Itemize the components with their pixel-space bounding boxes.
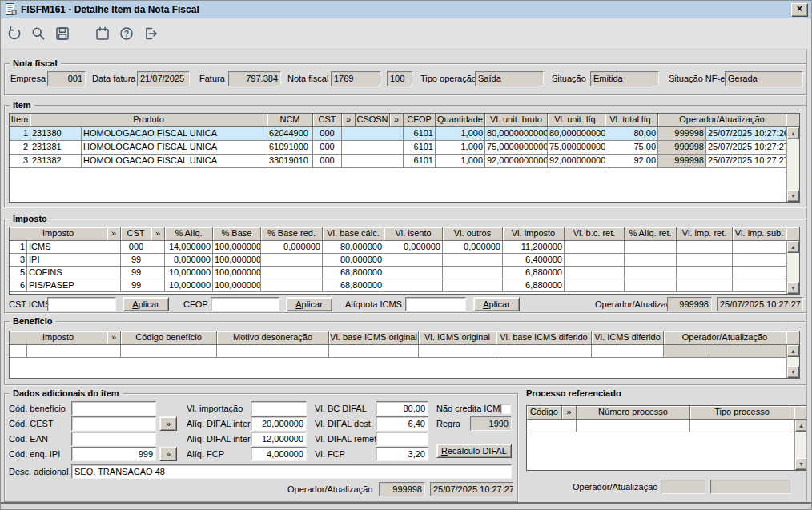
grid-cell[interactable] — [390, 141, 404, 155]
grid-cell[interactable] — [384, 279, 443, 292]
grid-cell[interactable] — [107, 241, 121, 254]
grid-cell[interactable] — [342, 127, 356, 141]
grid-cell[interactable] — [625, 267, 677, 279]
fatura-field[interactable]: 797.384 — [228, 71, 281, 86]
grid-cell[interactable] — [151, 254, 165, 267]
grid-cell[interactable]: 6101 — [404, 141, 436, 155]
column-header[interactable]: Vl. ICMS original — [419, 331, 496, 345]
aplicar-cst-button[interactable]: Aplicar — [123, 297, 169, 311]
grid-cell[interactable]: 61091000 — [267, 141, 313, 155]
recalculo-difal-button[interactable]: Recálculo DIFAL — [436, 444, 512, 458]
lookup-column-header[interactable]: » — [151, 227, 165, 241]
aliq-difal-interna-input[interactable]: 20,000000 — [251, 416, 307, 431]
grid-cell[interactable] — [217, 345, 329, 358]
column-header[interactable]: Produto — [30, 114, 267, 127]
vertical-scrollbar[interactable]: ▲▼ — [786, 241, 799, 294]
grid-cell[interactable]: 25/07/2025 10:27:27 — [706, 155, 786, 168]
grid-cell[interactable] — [677, 279, 733, 292]
grid-cell[interactable]: 1,000 — [436, 141, 485, 155]
table-row[interactable] — [10, 345, 799, 358]
column-header[interactable]: Operador/Atualização — [664, 331, 786, 345]
grid-cell[interactable] — [664, 345, 709, 358]
cst-icms-input[interactable] — [47, 297, 116, 311]
grid-cell[interactable]: 1,000 — [436, 127, 485, 141]
column-header[interactable]: Operador/Atualização — [658, 114, 786, 127]
grid-cell[interactable] — [27, 345, 107, 358]
grid-cell[interactable]: 25/07/2025 10:27:26 — [706, 127, 786, 141]
grid-cell[interactable]: 100,000000 — [213, 267, 261, 279]
scroll-up-button[interactable]: ▲ — [795, 420, 807, 432]
nota-fiscal-serie-field[interactable]: 100 — [387, 71, 412, 86]
grid-cell[interactable] — [261, 279, 323, 292]
grid-cell[interactable] — [733, 241, 786, 254]
grid-cell[interactable]: HOMOLOGACAO FISCAL UNICA — [82, 141, 267, 155]
grid-cell[interactable]: 231380 — [30, 127, 82, 141]
lookup-column-header[interactable]: » — [107, 227, 121, 241]
table-row[interactable] — [527, 420, 807, 432]
search-icon[interactable] — [28, 23, 49, 44]
exit-icon[interactable] — [140, 23, 161, 44]
situacao-nfe-field[interactable]: Gerada — [725, 71, 803, 86]
grid-cell[interactable]: 0,000000 — [261, 241, 323, 254]
data-fatura-field[interactable]: 21/07/2025 — [137, 71, 190, 86]
grid-cell[interactable] — [565, 241, 625, 254]
grid-cell[interactable]: 000 — [313, 127, 342, 141]
undo-icon[interactable] — [4, 23, 25, 44]
column-header[interactable]: Código benefício — [121, 331, 217, 345]
cod-enq-ipi-lookup-button[interactable]: » — [159, 447, 177, 461]
grid-cell[interactable] — [107, 254, 121, 267]
column-header[interactable]: NCM — [267, 114, 313, 127]
grid-cell[interactable] — [342, 141, 356, 155]
column-header[interactable]: Número processo — [577, 406, 690, 420]
column-header[interactable]: % Alíq. ret. — [625, 227, 677, 241]
grid-cell[interactable]: 999998 — [658, 141, 706, 155]
grid-cell[interactable]: 99 — [121, 254, 151, 267]
column-header[interactable]: Vl. isento — [384, 227, 443, 241]
grid-cell[interactable] — [151, 267, 165, 279]
vertical-scrollbar[interactable]: ▲▼ — [794, 420, 807, 470]
dados-atualizacao-field[interactable]: 25/07/2025 10:27:27 — [430, 482, 513, 496]
grid-cell[interactable] — [443, 254, 503, 267]
cod-cest-lookup-button[interactable]: » — [159, 416, 177, 431]
vl-difal-remet-input[interactable] — [376, 432, 428, 446]
column-header[interactable]: Vl. imp. sub. — [733, 227, 786, 241]
cfop-input[interactable] — [211, 297, 279, 311]
grid-cell[interactable] — [342, 155, 356, 168]
grid-cell[interactable]: 0,000000 — [384, 241, 443, 254]
column-header[interactable]: Vl. ICMS diferido — [592, 331, 664, 345]
grid-cell[interactable]: 6,880000 — [503, 279, 565, 292]
lookup-column-header[interactable]: » — [342, 114, 356, 127]
grid-cell[interactable]: 10,000000 — [165, 267, 213, 279]
save-icon[interactable] — [52, 23, 73, 44]
vl-fcp-input[interactable]: 3,20 — [376, 447, 428, 461]
scroll-down-button[interactable]: ▼ — [787, 282, 799, 294]
grid-cell[interactable]: 75,0000000000 — [485, 141, 548, 155]
grid-cell[interactable] — [677, 267, 733, 279]
grid-cell[interactable]: 62044900 — [267, 127, 313, 141]
column-header[interactable]: Vl. unit. bruto — [485, 114, 548, 127]
grid-cell[interactable] — [151, 241, 165, 254]
grid-cell[interactable]: 3 — [10, 254, 27, 267]
aplicar-aliquota-button[interactable]: Aplicar — [473, 297, 520, 311]
grid-cell[interactable]: 10,000000 — [165, 279, 213, 292]
scroll-down-button[interactable]: ▼ — [787, 366, 799, 378]
grid-cell[interactable]: HOMOLOGACAO FISCAL UNICA — [82, 127, 267, 141]
grid-cell[interactable]: COFINS — [27, 267, 107, 279]
column-header[interactable]: Imposto — [10, 331, 107, 345]
grid-cell[interactable]: 80,00 — [605, 127, 658, 141]
situacao-field[interactable]: Emitida — [590, 71, 659, 86]
cod-beneficio-input[interactable] — [71, 401, 156, 416]
grid-cell[interactable]: 6101 — [404, 155, 436, 168]
grid-cell[interactable]: 1,000 — [436, 155, 485, 168]
grid-cell[interactable]: 99 — [121, 267, 151, 279]
grid-cell[interactable]: 1 — [10, 127, 30, 141]
scroll-up-button[interactable]: ▲ — [787, 241, 799, 253]
imposto-operador-field[interactable]: 999998 — [667, 297, 712, 311]
grid-cell[interactable]: 2 — [10, 141, 30, 155]
grid-cell[interactable]: 33019010 — [267, 155, 313, 168]
grid-cell[interactable] — [577, 420, 690, 432]
column-header[interactable]: Vl. b.c. ret. — [565, 227, 625, 241]
grid-cell[interactable]: HOMOLOGACAO FISCAL UNICA — [82, 155, 267, 168]
scroll-up-button[interactable]: ▲ — [787, 127, 799, 139]
column-header[interactable]: Código — [527, 406, 562, 420]
